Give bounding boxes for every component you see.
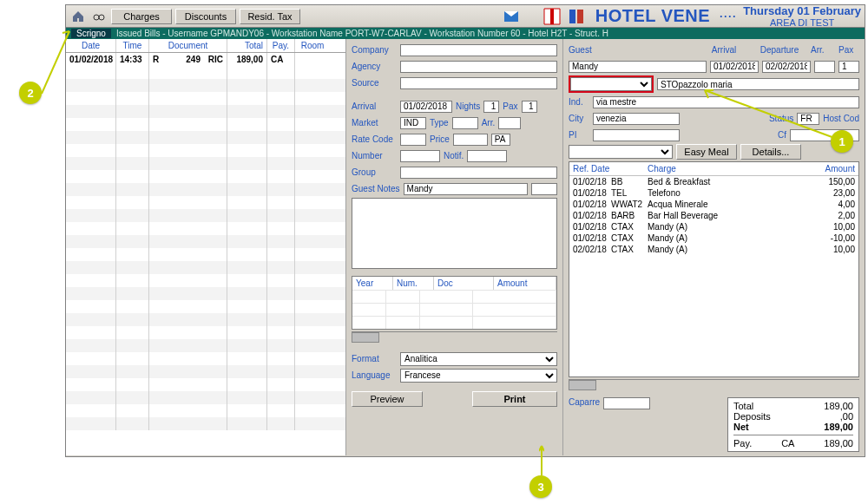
pi-input[interactable]: [593, 129, 680, 141]
details-button[interactable]: Details...: [740, 144, 801, 160]
charge-row[interactable]: 01/02/18CTAXMandy (A)-10,00: [569, 232, 858, 244]
price-input[interactable]: [453, 134, 488, 146]
charge-row[interactable]: 01/02/18BARBBar Hall Beverage2,00: [569, 210, 858, 221]
charges-table[interactable]: Ref. Date Charge Amount 01/02/18BBBed & …: [569, 161, 859, 377]
charge-row[interactable]: 01/02/18WWAT2Acqua Minerale4,00: [569, 199, 858, 210]
tool-icon-1[interactable]: [501, 6, 522, 27]
flag-icon[interactable]: [542, 6, 562, 27]
issued-bills-table[interactable]: Date Time Document Total Pay. Room 01/02…: [66, 39, 345, 455]
table-row[interactable]: [66, 365, 345, 378]
col-date: Date: [66, 39, 116, 52]
table-row[interactable]: 01/02/201814:33R249RIC189,00CA: [66, 53, 345, 66]
charges-scrollbar[interactable]: [569, 379, 859, 390]
glasses-icon[interactable]: [90, 8, 108, 25]
caparre-label: Caparre: [569, 397, 600, 407]
ind-input[interactable]: [593, 96, 859, 108]
table-row[interactable]: [66, 235, 345, 248]
mini-table-scrollbar[interactable]: [352, 331, 557, 343]
rate-code-input[interactable]: [400, 134, 426, 146]
agency-input[interactable]: [400, 61, 557, 73]
discounts-button[interactable]: Discounts: [175, 9, 236, 24]
arrival-label: Arrival: [352, 101, 397, 111]
home-icon[interactable]: [69, 8, 87, 25]
guest-arrival-input[interactable]: [710, 61, 759, 73]
market-input[interactable]: [400, 117, 426, 129]
guest-input[interactable]: [569, 61, 707, 73]
table-row[interactable]: [66, 313, 345, 326]
table-row[interactable]: [66, 118, 345, 131]
table-row[interactable]: [66, 287, 345, 300]
pax-input[interactable]: [522, 101, 537, 113]
source-input[interactable]: [400, 77, 557, 89]
charge-row[interactable]: 01/02/18CTAXMandy (A)10,00: [569, 221, 858, 232]
guest-pax-input[interactable]: [838, 61, 859, 73]
book-icon[interactable]: [566, 6, 587, 27]
table-row[interactable]: [66, 391, 345, 404]
table-row[interactable]: [66, 131, 345, 144]
group-input[interactable]: [400, 167, 557, 179]
table-row[interactable]: [66, 378, 345, 391]
table-row[interactable]: [66, 92, 345, 105]
notes-textarea[interactable]: [352, 198, 557, 269]
caparre-input[interactable]: [603, 397, 650, 409]
easy-meal-button[interactable]: Easy Meal: [676, 144, 737, 160]
filter-select[interactable]: [569, 145, 673, 159]
second-guest-input[interactable]: [657, 78, 859, 90]
second-guest-select[interactable]: [570, 77, 652, 91]
price-label: Price: [430, 134, 450, 144]
arr-input[interactable]: [498, 117, 521, 129]
price-code-input[interactable]: [491, 134, 510, 146]
table-row[interactable]: [66, 300, 345, 313]
status-input[interactable]: [797, 113, 819, 125]
pay-amount: 189,00: [824, 438, 853, 448]
table-row[interactable]: [66, 339, 345, 352]
mini-table[interactable]: Year Num. Doc Amount: [352, 276, 557, 330]
table-row[interactable]: [66, 209, 345, 222]
guest-arr-input[interactable]: [814, 61, 835, 73]
table-row[interactable]: [66, 404, 345, 417]
format-select[interactable]: Analitica: [400, 352, 557, 366]
table-row[interactable]: [66, 196, 345, 209]
table-row[interactable]: [66, 274, 345, 287]
hotel-title: HOTEL VENE: [595, 6, 710, 26]
table-row[interactable]: [66, 417, 345, 430]
pi-label: PI: [569, 130, 589, 140]
nights-input[interactable]: [483, 101, 499, 113]
charge-row[interactable]: 01/02/18BBBed & Breakfast150,00: [569, 176, 858, 187]
guest-notes-extra-input[interactable]: [531, 183, 557, 195]
ind-label: Ind.: [569, 97, 589, 107]
table-row[interactable]: [66, 170, 345, 183]
charge-row[interactable]: 02/02/18CTAXMandy (A)10,00: [569, 244, 858, 255]
table-row[interactable]: [66, 352, 345, 365]
print-button[interactable]: Print: [472, 391, 557, 407]
guest-notes-input[interactable]: [404, 183, 528, 195]
type-input[interactable]: [452, 117, 478, 129]
arrival-input[interactable]: [400, 101, 452, 113]
table-row[interactable]: [66, 183, 345, 196]
table-row[interactable]: [66, 66, 345, 79]
notif-input[interactable]: [467, 150, 507, 162]
table-row[interactable]: [66, 157, 345, 170]
resid-tax-button[interactable]: Resid. Tax: [240, 9, 300, 24]
table-row[interactable]: [66, 144, 345, 157]
charge-row[interactable]: 01/02/18TELTelefono23,00: [569, 187, 858, 199]
number-label: Number: [352, 151, 397, 160]
table-row[interactable]: [66, 222, 345, 235]
city-input[interactable]: [593, 113, 680, 125]
number-input[interactable]: [400, 150, 440, 162]
table-row[interactable]: [66, 248, 345, 261]
right-panel: Guest Arrival Departure Arr. Pax: [563, 39, 865, 455]
table-row[interactable]: [66, 261, 345, 274]
charges-button[interactable]: Charges: [111, 9, 172, 24]
table-row[interactable]: [66, 105, 345, 118]
format-label: Format: [352, 354, 397, 363]
toolbar: Charges Discounts Resid. Tax HOTEL VENE …: [66, 5, 865, 28]
arrival-head-label: Arrival: [700, 45, 748, 55]
charges-col-date: Ref. Date: [573, 164, 611, 173]
table-row[interactable]: [66, 79, 345, 92]
preview-button[interactable]: Preview: [352, 391, 423, 407]
language-select[interactable]: Francese: [400, 369, 557, 383]
guest-departure-input[interactable]: [762, 61, 811, 73]
table-row[interactable]: [66, 326, 345, 339]
company-input[interactable]: [400, 44, 557, 56]
